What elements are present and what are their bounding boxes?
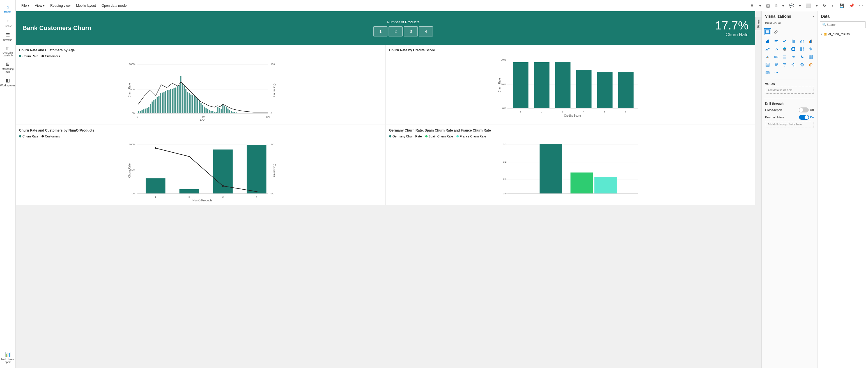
svg-rect-132 <box>766 30 770 34</box>
sidebar-item-label: Home <box>4 10 11 13</box>
svg-line-200 <box>792 65 794 66</box>
keep-filters-row: Keep all filters On <box>765 114 814 121</box>
svg-rect-63 <box>227 109 229 113</box>
reading-view-button[interactable]: Reading view <box>48 2 73 9</box>
vis-type-smart-narrative[interactable] <box>764 69 771 76</box>
keep-filters-toggle[interactable]: On <box>799 115 814 120</box>
nop-btn-2[interactable]: 2 <box>389 26 403 36</box>
data-table-item[interactable]: › ▦ df_pred_results <box>817 30 868 38</box>
svg-rect-139 <box>768 39 769 43</box>
vis-type-edit[interactable] <box>772 28 780 35</box>
vis-type-matrix[interactable] <box>764 61 771 68</box>
vis-type-ai-insights[interactable]: AI <box>799 61 806 68</box>
frame-icon-btn[interactable]: ⬜ <box>804 2 812 9</box>
monitor-icon-btn[interactable]: 🖥 <box>748 2 756 9</box>
share-icon-btn[interactable]: ⎙ <box>773 2 779 9</box>
filters-tab[interactable]: Filters <box>755 17 762 30</box>
back-icon-btn[interactable]: ◁ <box>830 2 836 9</box>
svg-rect-163 <box>803 48 804 49</box>
svg-text:Credits Score: Credits Score <box>564 114 581 117</box>
nop-btn-1[interactable]: 1 <box>373 26 388 36</box>
sidebar-item-workspaces[interactable]: ◧ Workspaces <box>0 75 16 89</box>
vis-type-bar[interactable] <box>764 38 771 45</box>
chart-panel-numproducts: Churn Rate and Customers by NumOfProduct… <box>16 125 385 205</box>
vis-type-combo[interactable] <box>799 38 806 45</box>
chevron-down-btn4[interactable]: ▾ <box>814 2 819 9</box>
table-icon-btn[interactable]: ▦ <box>765 2 772 9</box>
pin-icon-btn[interactable]: 📌 <box>847 2 856 9</box>
svg-rect-106 <box>146 178 165 193</box>
vis-panel-collapse-btn[interactable]: › <box>813 14 814 19</box>
svg-rect-10 <box>138 111 140 113</box>
svg-point-161 <box>793 48 794 50</box>
keep-filters-switch[interactable] <box>799 115 809 120</box>
vis-type-multirow-card[interactable] <box>781 53 788 61</box>
svg-rect-130 <box>594 177 617 193</box>
chevron-down-btn3[interactable]: ▾ <box>797 2 803 9</box>
vis-type-table-vis[interactable] <box>807 53 814 61</box>
monitoring-icon: ⊞ <box>6 61 9 67</box>
svg-text:50%: 50% <box>130 88 135 91</box>
svg-text:4: 4 <box>583 110 584 113</box>
svg-text:0%: 0% <box>131 112 135 115</box>
drill-through-section: Drill through Cross-report Off Keep all … <box>762 101 817 131</box>
svg-point-110 <box>155 147 157 149</box>
vis-type-decomp-tree[interactable] <box>790 61 797 68</box>
cross-report-switch[interactable] <box>799 108 809 113</box>
file-menu-button[interactable]: File ▾ <box>19 2 31 9</box>
vis-type-funnel[interactable] <box>781 61 788 68</box>
vis-type-waterfall[interactable] <box>764 45 771 53</box>
refresh-icon-btn[interactable]: ↻ <box>821 2 828 9</box>
chevron-down-btn2[interactable]: ▾ <box>780 2 786 9</box>
vis-type-slicer[interactable] <box>799 53 806 61</box>
vis-type-pie[interactable] <box>781 45 788 53</box>
chevron-down-btn[interactable]: ▾ <box>757 2 763 9</box>
svg-rect-30 <box>172 89 173 113</box>
vis-type-more[interactable]: ⋯ <box>773 69 780 76</box>
vis-type-area[interactable] <box>790 38 797 45</box>
svg-rect-164 <box>803 49 804 51</box>
save-icon-btn[interactable]: 💾 <box>838 2 846 9</box>
vis-type-line[interactable] <box>781 38 788 45</box>
open-data-model-button[interactable]: Open data model <box>99 2 130 9</box>
add-drill-through-box[interactable]: Add drill-through fields here <box>765 121 814 128</box>
svg-rect-50 <box>206 108 207 113</box>
legend4-label-spain: Spain Churn Rate <box>429 135 453 138</box>
svg-rect-47 <box>200 103 202 113</box>
sidebar-item-monitoring[interactable]: ⊞ Monitoringhub <box>0 59 16 75</box>
vis-type-table-active[interactable] <box>764 28 771 35</box>
vis-type-scatter[interactable] <box>773 45 780 53</box>
vis-type-donut[interactable] <box>790 45 797 53</box>
vis-type-card[interactable]: 123 <box>773 53 780 61</box>
vis-type-treemap[interactable] <box>799 45 806 53</box>
vis-type-column[interactable] <box>773 38 780 45</box>
churn-rate-label: Churn Rate <box>715 32 748 37</box>
svg-text:0K: 0K <box>271 192 274 195</box>
sidebar-item-onelake[interactable]: ◫ OneLakedata hub <box>0 44 16 59</box>
vis-type-kpi[interactable]: KPI <box>790 53 797 61</box>
svg-line-199 <box>792 64 794 65</box>
sidebar-item-create[interactable]: ＋ Create <box>0 16 16 30</box>
vis-type-gauge[interactable] <box>764 53 771 61</box>
search-input[interactable] <box>827 23 865 26</box>
legend-dot-customers <box>41 55 44 57</box>
view-menu-button[interactable]: View ▾ <box>33 2 47 9</box>
comment-icon-btn[interactable]: 💬 <box>787 2 796 9</box>
sidebar-item-report[interactable]: 📊 bankchusnreport <box>0 349 16 366</box>
more-icon-btn[interactable]: ⋯ <box>857 2 865 9</box>
sidebar-item-browse[interactable]: ☰ Browse <box>0 30 16 44</box>
nop-btn-4[interactable]: 4 <box>419 26 433 36</box>
nop-btn-3[interactable]: 3 <box>404 26 418 36</box>
content-area: Bank Customers Churn Number of Products … <box>16 11 868 368</box>
vis-type-map[interactable] <box>807 45 814 53</box>
vis-type-filled-map[interactable] <box>773 61 780 68</box>
onelake-icon: ◫ <box>6 46 9 51</box>
svg-rect-64 <box>229 110 230 113</box>
cross-report-toggle[interactable]: Off <box>799 108 814 113</box>
add-data-fields-box[interactable]: Add data fields here <box>765 87 814 94</box>
vis-type-qa[interactable]: ? <box>807 61 814 68</box>
sidebar-item-home[interactable]: ⌂ Home <box>0 2 16 16</box>
drill-through-label: Drill through <box>765 102 814 105</box>
mobile-layout-button[interactable]: Mobile layout <box>74 2 98 9</box>
vis-type-ribbon[interactable] <box>807 38 814 45</box>
